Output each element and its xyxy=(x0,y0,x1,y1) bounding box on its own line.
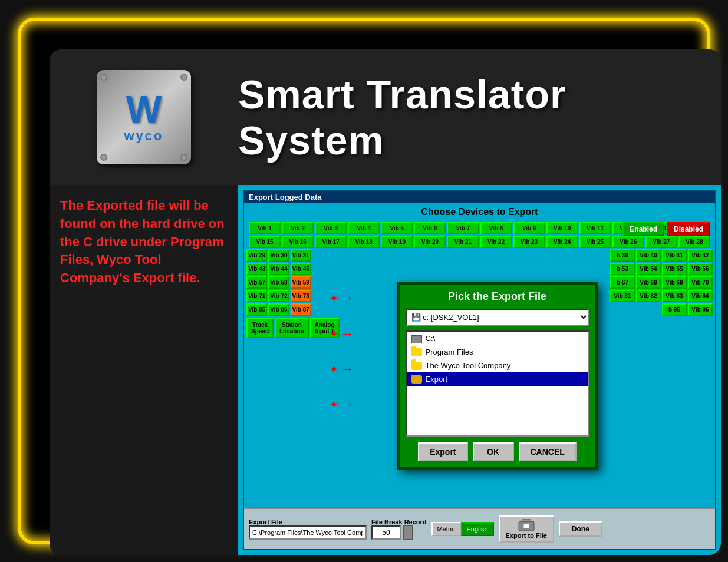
file-item-c-drive[interactable]: C:\ xyxy=(407,332,588,345)
file-item-name: C:\ xyxy=(426,334,436,343)
file-list[interactable]: C:\ Program Files The Wyco Tool Company xyxy=(406,330,589,437)
pick-export-dialog: Pick the Export File 💾 c: [DSK2_VOL1] C:… xyxy=(397,282,598,470)
logo-area: W wyco xyxy=(50,49,238,185)
red-star-4: ✦ xyxy=(330,398,338,411)
cancel-button[interactable]: CANCEL xyxy=(519,442,577,461)
red-arrow-2: → xyxy=(341,326,354,342)
app-area: Export Logged Data Choose Devices to Exp… xyxy=(238,185,721,555)
logo-box: W wyco xyxy=(97,70,191,164)
export-folder-icon xyxy=(411,375,422,384)
arrow-row-3: ✦ → xyxy=(330,362,354,377)
red-arrow-4: → xyxy=(341,397,354,412)
red-arrows-container: ✦ → ✦ → ✦ → ✦ → xyxy=(330,291,354,412)
export-button[interactable]: Export xyxy=(418,442,467,461)
drive-select[interactable]: 💾 c: [DSK2_VOL1] xyxy=(406,309,589,326)
main-title: Smart Translator System xyxy=(238,71,721,163)
red-arrow-3: → xyxy=(341,362,354,377)
red-star-1: ✦ xyxy=(330,292,338,305)
red-arrow-1: → xyxy=(341,291,354,306)
ok-button[interactable]: OK xyxy=(473,442,514,461)
logo-letter: W xyxy=(126,91,162,128)
left-description: The Exported file will be found on the h… xyxy=(60,197,228,287)
inner-area: W wyco Smart Translator System The Expor… xyxy=(50,49,721,555)
title-area: Smart Translator System xyxy=(238,49,721,185)
file-item-wyco[interactable]: The Wyco Tool Company xyxy=(407,359,588,372)
export-window: Export Logged Data Choose Devices to Exp… xyxy=(243,190,716,550)
file-item-name: Program Files xyxy=(426,348,473,356)
arrow-row-2: ✦ → xyxy=(330,326,354,342)
folder-icon xyxy=(411,362,422,370)
file-item-export[interactable]: Export xyxy=(407,372,588,386)
dialog-title: Pick the Export File xyxy=(406,290,589,303)
file-item-name: Export xyxy=(426,375,448,384)
arrow-row-4: ✦ → xyxy=(330,397,354,412)
folder-icon xyxy=(411,348,422,356)
red-star-2: ✦ xyxy=(330,328,338,340)
red-star-3: ✦ xyxy=(330,363,338,376)
file-item-name: The Wyco Tool Company xyxy=(426,361,511,370)
logo-name: wyco xyxy=(124,128,163,144)
outer-border: W wyco Smart Translator System The Expor… xyxy=(18,18,710,544)
left-text-area: The Exported file will be found on the h… xyxy=(50,185,238,555)
drive-icon xyxy=(411,335,422,343)
dialog-buttons: Export OK CANCEL xyxy=(406,442,589,461)
arrow-row-1: ✦ → xyxy=(330,291,354,306)
dialog-overlay: ✦ → ✦ → ✦ → ✦ → xyxy=(244,191,715,549)
file-item-program-files[interactable]: Program Files xyxy=(407,345,588,359)
